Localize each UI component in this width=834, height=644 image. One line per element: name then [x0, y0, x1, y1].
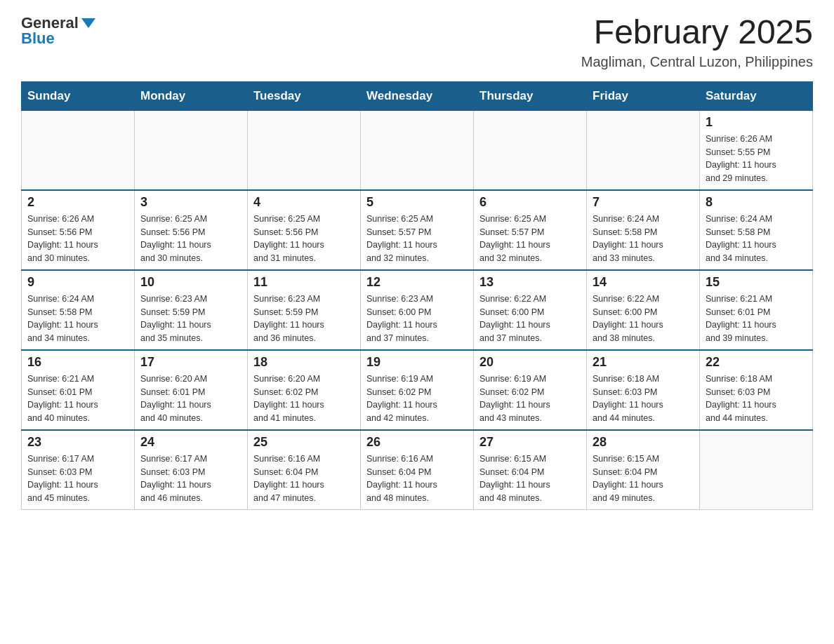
day-info: Sunrise: 6:22 AMSunset: 6:00 PMDaylight:… [593, 293, 694, 345]
calendar-cell: 10Sunrise: 6:23 AMSunset: 5:59 PMDayligh… [135, 270, 248, 350]
day-info: Sunrise: 6:24 AMSunset: 5:58 PMDaylight:… [593, 213, 694, 265]
day-number: 23 [27, 435, 128, 450]
calendar-week-row: 9Sunrise: 6:24 AMSunset: 5:58 PMDaylight… [22, 270, 813, 350]
day-number: 4 [253, 195, 355, 210]
calendar-cell: 27Sunrise: 6:15 AMSunset: 6:04 PMDayligh… [474, 430, 587, 510]
day-info: Sunrise: 6:22 AMSunset: 6:00 PMDaylight:… [479, 293, 581, 345]
weekday-header-thursday: Thursday [474, 81, 587, 110]
calendar-cell [361, 110, 474, 190]
day-number: 6 [479, 195, 581, 210]
calendar-cell: 12Sunrise: 6:23 AMSunset: 6:00 PMDayligh… [361, 270, 474, 350]
day-info: Sunrise: 6:26 AMSunset: 5:55 PMDaylight:… [706, 133, 807, 185]
day-info: Sunrise: 6:20 AMSunset: 6:02 PMDaylight:… [253, 373, 355, 425]
calendar-cell: 15Sunrise: 6:21 AMSunset: 6:01 PMDayligh… [700, 270, 813, 350]
weekday-header-tuesday: Tuesday [248, 81, 361, 110]
day-number: 1 [706, 115, 807, 130]
day-number: 7 [593, 195, 694, 210]
day-number: 9 [27, 275, 128, 290]
day-number: 8 [706, 195, 807, 210]
logo: General Blue [21, 14, 95, 48]
day-number: 22 [706, 355, 807, 370]
day-info: Sunrise: 6:26 AMSunset: 5:56 PMDaylight:… [27, 213, 128, 265]
location-title: Magliman, Central Luzon, Philippines [581, 54, 813, 70]
calendar-cell: 25Sunrise: 6:16 AMSunset: 6:04 PMDayligh… [248, 430, 361, 510]
weekday-header-sunday: Sunday [22, 81, 135, 110]
calendar-week-row: 1Sunrise: 6:26 AMSunset: 5:55 PMDaylight… [22, 110, 813, 190]
month-title: February 2025 [581, 14, 813, 51]
calendar-cell: 9Sunrise: 6:24 AMSunset: 5:58 PMDaylight… [22, 270, 135, 350]
day-number: 15 [706, 275, 807, 290]
day-info: Sunrise: 6:25 AMSunset: 5:56 PMDaylight:… [253, 213, 355, 265]
calendar-cell: 11Sunrise: 6:23 AMSunset: 5:59 PMDayligh… [248, 270, 361, 350]
day-info: Sunrise: 6:21 AMSunset: 6:01 PMDaylight:… [706, 293, 807, 345]
day-number: 26 [366, 435, 468, 450]
title-block: February 2025 Magliman, Central Luzon, P… [581, 14, 813, 70]
day-info: Sunrise: 6:23 AMSunset: 5:59 PMDaylight:… [253, 293, 355, 345]
calendar-cell [22, 110, 135, 190]
day-number: 2 [27, 195, 128, 210]
day-info: Sunrise: 6:25 AMSunset: 5:57 PMDaylight:… [479, 213, 581, 265]
day-number: 20 [479, 355, 581, 370]
weekday-header-saturday: Saturday [700, 81, 813, 110]
day-number: 28 [593, 435, 694, 450]
calendar-cell: 28Sunrise: 6:15 AMSunset: 6:04 PMDayligh… [587, 430, 700, 510]
day-info: Sunrise: 6:25 AMSunset: 5:56 PMDaylight:… [140, 213, 241, 265]
weekday-header-wednesday: Wednesday [361, 81, 474, 110]
day-info: Sunrise: 6:23 AMSunset: 5:59 PMDaylight:… [140, 293, 241, 345]
day-info: Sunrise: 6:23 AMSunset: 6:00 PMDaylight:… [366, 293, 468, 345]
day-info: Sunrise: 6:16 AMSunset: 6:04 PMDaylight:… [253, 452, 355, 505]
day-info: Sunrise: 6:15 AMSunset: 6:04 PMDaylight:… [479, 452, 581, 505]
calendar-cell: 23Sunrise: 6:17 AMSunset: 6:03 PMDayligh… [22, 430, 135, 510]
calendar-cell: 4Sunrise: 6:25 AMSunset: 5:56 PMDaylight… [248, 190, 361, 270]
calendar-cell [587, 110, 700, 190]
day-number: 13 [479, 275, 581, 290]
day-info: Sunrise: 6:15 AMSunset: 6:04 PMDaylight:… [593, 452, 694, 505]
calendar-cell: 1Sunrise: 6:26 AMSunset: 5:55 PMDaylight… [700, 110, 813, 190]
calendar-cell: 26Sunrise: 6:16 AMSunset: 6:04 PMDayligh… [361, 430, 474, 510]
day-number: 21 [593, 355, 694, 370]
calendar-cell [474, 110, 587, 190]
day-number: 5 [366, 195, 468, 210]
calendar-table: SundayMondayTuesdayWednesdayThursdayFrid… [21, 81, 813, 510]
day-info: Sunrise: 6:24 AMSunset: 5:58 PMDaylight:… [706, 213, 807, 265]
day-number: 24 [140, 435, 241, 450]
calendar-week-row: 23Sunrise: 6:17 AMSunset: 6:03 PMDayligh… [22, 430, 813, 510]
calendar-cell: 14Sunrise: 6:22 AMSunset: 6:00 PMDayligh… [587, 270, 700, 350]
calendar-cell: 6Sunrise: 6:25 AMSunset: 5:57 PMDaylight… [474, 190, 587, 270]
calendar-cell: 7Sunrise: 6:24 AMSunset: 5:58 PMDaylight… [587, 190, 700, 270]
day-number: 17 [140, 355, 241, 370]
calendar-cell: 8Sunrise: 6:24 AMSunset: 5:58 PMDaylight… [700, 190, 813, 270]
logo-triangle-icon [81, 18, 95, 28]
calendar-header-row: SundayMondayTuesdayWednesdayThursdayFrid… [22, 81, 813, 110]
day-info: Sunrise: 6:17 AMSunset: 6:03 PMDaylight:… [140, 452, 241, 505]
day-number: 10 [140, 275, 241, 290]
calendar-cell: 24Sunrise: 6:17 AMSunset: 6:03 PMDayligh… [135, 430, 248, 510]
calendar-cell: 13Sunrise: 6:22 AMSunset: 6:00 PMDayligh… [474, 270, 587, 350]
day-info: Sunrise: 6:18 AMSunset: 6:03 PMDaylight:… [593, 373, 694, 425]
page-header: General Blue February 2025 Magliman, Cen… [21, 14, 813, 70]
day-info: Sunrise: 6:24 AMSunset: 5:58 PMDaylight:… [27, 293, 128, 345]
calendar-cell: 17Sunrise: 6:20 AMSunset: 6:01 PMDayligh… [135, 350, 248, 430]
day-info: Sunrise: 6:25 AMSunset: 5:57 PMDaylight:… [366, 213, 468, 265]
day-info: Sunrise: 6:18 AMSunset: 6:03 PMDaylight:… [706, 373, 807, 425]
weekday-header-friday: Friday [587, 81, 700, 110]
calendar-cell: 20Sunrise: 6:19 AMSunset: 6:02 PMDayligh… [474, 350, 587, 430]
calendar-cell: 2Sunrise: 6:26 AMSunset: 5:56 PMDaylight… [22, 190, 135, 270]
day-info: Sunrise: 6:17 AMSunset: 6:03 PMDaylight:… [27, 452, 128, 505]
weekday-header-monday: Monday [135, 81, 248, 110]
calendar-week-row: 16Sunrise: 6:21 AMSunset: 6:01 PMDayligh… [22, 350, 813, 430]
logo-blue-text: Blue [21, 29, 55, 48]
day-info: Sunrise: 6:16 AMSunset: 6:04 PMDaylight:… [366, 452, 468, 505]
day-info: Sunrise: 6:19 AMSunset: 6:02 PMDaylight:… [479, 373, 581, 425]
day-number: 27 [479, 435, 581, 450]
calendar-cell: 21Sunrise: 6:18 AMSunset: 6:03 PMDayligh… [587, 350, 700, 430]
calendar-week-row: 2Sunrise: 6:26 AMSunset: 5:56 PMDaylight… [22, 190, 813, 270]
day-number: 19 [366, 355, 468, 370]
calendar-cell: 19Sunrise: 6:19 AMSunset: 6:02 PMDayligh… [361, 350, 474, 430]
calendar-cell [248, 110, 361, 190]
calendar-cell [700, 430, 813, 510]
day-number: 16 [27, 355, 128, 370]
day-number: 12 [366, 275, 468, 290]
calendar-cell: 18Sunrise: 6:20 AMSunset: 6:02 PMDayligh… [248, 350, 361, 430]
day-number: 25 [253, 435, 355, 450]
